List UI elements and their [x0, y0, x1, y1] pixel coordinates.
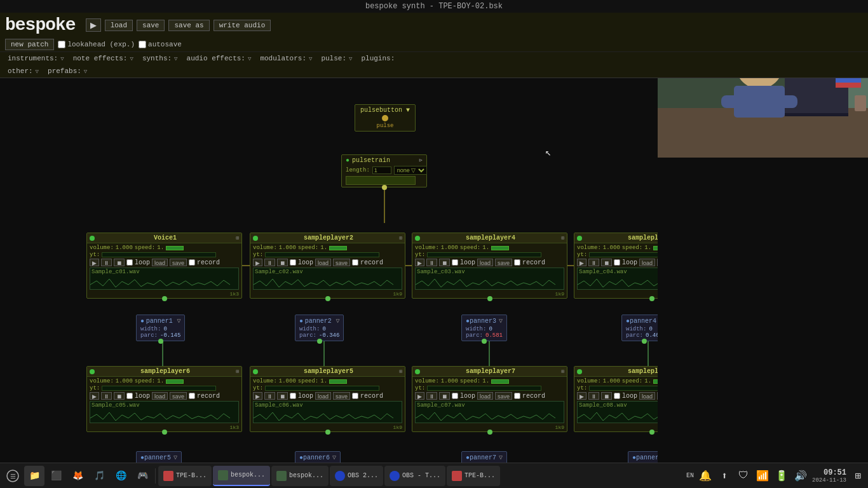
taskbar-app-obs2[interactable]: OBS - T...: [384, 466, 445, 486]
sp6-load-btn[interactable]: load: [152, 392, 168, 400]
sp6-save-btn[interactable]: save: [170, 392, 187, 400]
voice1-save-btn[interactable]: save: [170, 259, 187, 266]
sp7-stop-btn[interactable]: ⏹: [439, 392, 450, 400]
sp6-loop-chk[interactable]: [126, 393, 133, 399]
notification-icon[interactable]: 🔔: [698, 468, 713, 484]
voice1-module[interactable]: Voice1 ⊞ volume: 1.000 speed: 1. yt: ▶ ⏸…: [86, 233, 242, 299]
sp5-stop-btn[interactable]: ⏹: [277, 392, 288, 400]
upload-icon[interactable]: ⬆: [717, 468, 732, 484]
sp7-record-chk[interactable]: [514, 393, 520, 399]
pulsetrain-none-select[interactable]: none ▽: [394, 166, 427, 175]
wifi-icon[interactable]: 📶: [755, 468, 770, 484]
sampleplayer3-module[interactable]: sampleplayer3 ⊞ volume: 1.000 speed: 1. …: [574, 233, 658, 299]
voice1-loop-chk[interactable]: [126, 259, 133, 266]
sp5-load-btn[interactable]: load: [315, 392, 331, 400]
sp7-play-btn[interactable]: ▶: [415, 392, 424, 400]
taskbar-app-bespoke1[interactable]: bespok...: [213, 466, 270, 486]
sp2-loop-chk[interactable]: [290, 259, 296, 266]
voice1-stop-btn[interactable]: ⏹: [114, 259, 125, 266]
new-patch-button[interactable]: new patch: [5, 39, 54, 50]
sampleplayer2-module[interactable]: sampleplayer2 ⊞ volume: 1.000 speed: 1. …: [250, 233, 405, 299]
shield-icon[interactable]: 🛡: [736, 468, 751, 484]
panner2-module[interactable]: ● panner2 ▽ width: 0 parc: -0.346: [295, 315, 344, 341]
sp2-save-btn[interactable]: save: [333, 259, 350, 266]
taskbar-app-bespoke2[interactable]: bespok...: [271, 466, 329, 486]
menu-instruments[interactable]: instruments: ▽: [5, 53, 71, 64]
menu-pulse[interactable]: pulse: ▽: [318, 53, 358, 64]
apps-icon[interactable]: ⊞: [850, 468, 865, 484]
taskbar-chromium-icon[interactable]: 🌐: [111, 466, 131, 486]
sp4-pause-btn[interactable]: ⏸: [426, 259, 437, 266]
sp5-save-btn[interactable]: save: [333, 392, 350, 400]
sp4-play-btn[interactable]: ▶: [415, 259, 424, 266]
menu-modulators[interactable]: modulators: ▽: [257, 53, 318, 64]
save-button[interactable]: save: [137, 20, 165, 31]
taskbar-app-tpe2[interactable]: TPE-B...: [447, 466, 500, 486]
pulsebutton-module[interactable]: pulsebutton ▼ pulse: [355, 104, 416, 132]
sp3-stop-btn[interactable]: ⏹: [601, 259, 612, 266]
sp3-load-btn[interactable]: load: [639, 259, 655, 266]
sp3-loop-chk[interactable]: [614, 259, 620, 266]
sp3-play-btn[interactable]: ▶: [577, 259, 587, 266]
sp4-loop-chk[interactable]: [452, 259, 458, 266]
volume-icon[interactable]: 🔊: [793, 468, 808, 484]
taskbar-browser-icon[interactable]: 🦊: [67, 466, 88, 486]
sp2-record-chk[interactable]: [352, 259, 358, 266]
sp6-stop-btn[interactable]: ⏹: [114, 392, 125, 400]
sampleplayer7-module[interactable]: sampleplayer7 ⊞ volume: 1.000 speed: 1. …: [412, 366, 567, 432]
sp7-load-btn[interactable]: load: [477, 392, 493, 400]
sp7-save-btn[interactable]: save: [495, 392, 512, 400]
sp2-pause-btn[interactable]: ⏸: [264, 259, 275, 266]
panner4-module[interactable]: ● panner4 ▽ width: 0 parc: 0.402: [621, 315, 658, 341]
autosave-checkbox[interactable]: [139, 41, 146, 48]
sampleplayer4-module[interactable]: sampleplayer4 ⊞ volume: 1.000 speed: 1. …: [412, 233, 567, 299]
sp6-record-chk[interactable]: [189, 393, 195, 399]
menu-audio-effects[interactable]: audio effects: ▽: [184, 53, 258, 64]
sp7-loop-chk[interactable]: [452, 393, 458, 399]
menu-other[interactable]: other: ▽: [5, 66, 45, 76]
menu-plugins[interactable]: plugins:: [358, 53, 401, 64]
sp5-pause-btn[interactable]: ⏸: [264, 392, 275, 400]
menu-note-effects[interactable]: note effects: ▽: [71, 53, 140, 64]
sp2-stop-btn[interactable]: ⏹: [277, 259, 288, 266]
voice1-play-btn[interactable]: ▶: [90, 259, 99, 266]
taskbar-music-icon[interactable]: 🎵: [89, 466, 109, 486]
sp8-play-btn[interactable]: ▶: [577, 392, 587, 400]
sampleplayer8-module[interactable]: sampleplayer8 ⊞ volume: 1.000 speed: 1. …: [574, 366, 658, 432]
voice1-record-chk[interactable]: [189, 259, 195, 266]
menu-synths[interactable]: synths: ▽: [140, 53, 184, 64]
sp5-record-chk[interactable]: [352, 393, 358, 399]
panner3-module[interactable]: ● panner3 ▽ width: 0 parc: 0.581: [461, 315, 507, 341]
taskbar-discord-icon[interactable]: 🎮: [132, 466, 153, 486]
voice1-pause-btn[interactable]: ⏸: [101, 259, 112, 266]
sp4-record-chk[interactable]: [514, 259, 520, 266]
lookahead-checkbox[interactable]: [58, 41, 65, 48]
pulsetrain-module[interactable]: ● pulsetrain ⊳ length: none ▽: [341, 154, 427, 187]
sp2-play-btn[interactable]: ▶: [253, 259, 262, 266]
taskbar-terminal-icon[interactable]: ⬛: [46, 466, 66, 486]
sp2-load-btn[interactable]: load: [315, 259, 331, 266]
sp8-loop-chk[interactable]: [614, 393, 620, 399]
main-canvas[interactable]: pulsebutton ▼ pulse ● pulsetrain ⊳ lengt…: [0, 69, 658, 488]
write-audio-button[interactable]: write audio: [214, 20, 271, 31]
sp5-play-btn[interactable]: ▶: [253, 392, 262, 400]
sp6-pause-btn[interactable]: ⏸: [101, 392, 112, 400]
save-as-button[interactable]: save as: [168, 20, 209, 31]
sp4-stop-btn[interactable]: ⏹: [439, 259, 450, 266]
sampleplayer5-module[interactable]: sampleplayer5 ⊞ volume: 1.000 speed: 1. …: [250, 366, 405, 432]
taskbar-app-tpe1[interactable]: TPE-B...: [158, 466, 212, 486]
sp8-save-btn[interactable]: save: [657, 392, 658, 400]
sp7-pause-btn[interactable]: ⏸: [426, 392, 437, 400]
sp3-pause-btn[interactable]: ⏸: [588, 259, 599, 266]
sp8-pause-btn[interactable]: ⏸: [588, 392, 599, 400]
panner1-module[interactable]: ● panner1 ▽ width: 0 parc: -0.145: [136, 315, 185, 341]
sp4-load-btn[interactable]: load: [477, 259, 493, 266]
taskbar-menu-icon[interactable]: ☰: [3, 466, 23, 486]
sp3-save-btn[interactable]: save: [657, 259, 658, 266]
voice1-load-btn[interactable]: load: [152, 259, 168, 266]
play-button[interactable]: ▶: [86, 18, 101, 32]
taskbar-files-icon[interactable]: 📁: [24, 466, 44, 486]
battery-icon[interactable]: 🔋: [774, 468, 789, 484]
menu-prefabs[interactable]: prefabs: ▽: [45, 66, 93, 76]
sp5-loop-chk[interactable]: [290, 393, 296, 399]
